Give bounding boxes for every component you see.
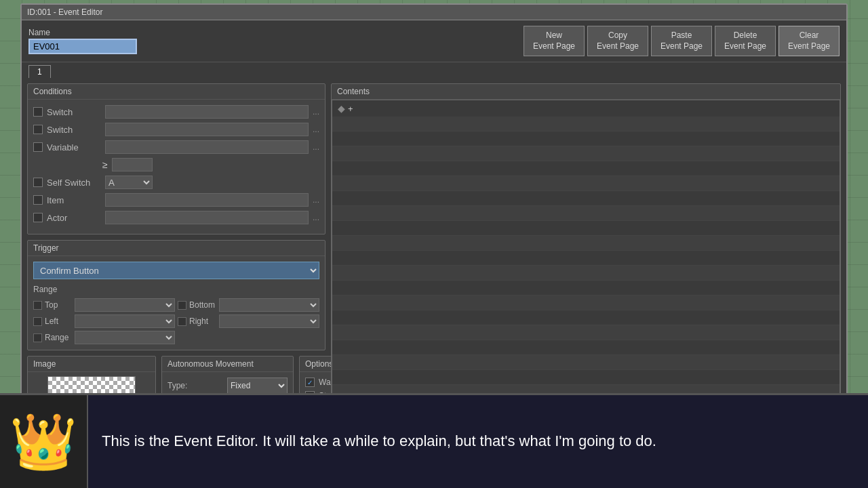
range-right: Right [178,314,319,328]
conditions-panel: Conditions Switch ... Switch ... [27,83,326,235]
content-stripe-3 [332,146,840,161]
dialog-text-area: This is the Event Editor. It will take a… [88,395,868,488]
contents-title: Contents [332,84,840,100]
clear-event-page-button[interactable]: ClearEvent Page [778,26,840,56]
switch1-checkbox[interactable] [33,107,43,117]
range-grid: Top Bottom Left [33,298,319,344]
item-label: Item [47,195,101,205]
walking-checkbox[interactable]: ✓ [305,378,315,387]
content-stripe-11 [332,266,840,281]
content-stripe-1 [332,117,840,131]
new-event-page-button[interactable]: NewEvent Page [524,26,585,56]
content-stripe-12 [332,281,840,296]
content-stripe-8 [332,221,840,236]
condition-variable-value: ≥ [33,158,319,171]
copy-event-page-button[interactable]: CopyEvent Page [587,26,648,56]
range-range-select[interactable] [75,331,175,344]
range-top: Top [33,298,175,312]
variable-value-input[interactable] [112,158,153,171]
content-stripe-9 [332,236,840,251]
content-stripe-10 [332,251,840,266]
switch1-field[interactable] [105,105,309,119]
tab-row: 1 [22,62,846,78]
selfswitch-dropdown[interactable]: ABCD [105,176,153,189]
range-title: Range [33,285,319,294]
type-select[interactable]: Fixed Random Approach Custom [227,378,288,394]
actor-field[interactable] [105,211,309,224]
name-label: Name [28,28,137,37]
condition-switch1: Switch ... [33,105,319,119]
autonomous-title: Autonomous Movement [162,357,293,372]
content-stripe-6 [332,191,840,206]
range-right-checkbox[interactable] [178,317,186,326]
actor-label: Actor [47,213,101,223]
header-buttons: NewEvent Page CopyEvent Page PasteEvent … [524,26,840,56]
range-left-label: Left [45,317,72,326]
ge-symbol: ≥ [102,159,108,170]
conditions-title: Conditions [28,84,325,100]
range-bottom-checkbox[interactable] [178,301,186,310]
range-top-select[interactable] [75,298,175,312]
switch2-dots[interactable]: ... [313,125,319,134]
range-range: Range [33,331,175,344]
trigger-title: Trigger [28,241,325,256]
title-bar: ID:001 - Event Editor [22,5,846,20]
item-checkbox[interactable] [33,195,43,205]
dialog-title: ID:001 - Event Editor [27,7,102,17]
trigger-select[interactable]: Confirm Button Touch Auto Run Parallel P… [33,262,319,279]
paste-event-page-button[interactable]: PasteEvent Page [651,26,712,56]
range-left-checkbox[interactable] [33,317,42,326]
selfswitch-checkbox[interactable] [33,178,43,187]
range-bottom: Bottom [178,298,319,312]
range-left: Left [33,314,175,328]
contents-add-button[interactable]: ◆ + [332,100,840,117]
dialog-text: This is the Event Editor. It will take a… [102,431,656,452]
variable-dots[interactable]: ... [313,142,319,152]
trigger-body: Confirm Button Touch Auto Run Parallel P… [28,256,325,350]
content-stripe-16 [332,340,840,355]
name-input[interactable] [28,39,137,54]
delete-event-page-button[interactable]: DeleteEvent Page [715,26,776,56]
content-stripe-4 [332,161,840,176]
trigger-range-panel: Trigger Confirm Button Touch Auto Run Pa… [27,240,326,350]
range-bottom-select[interactable] [219,298,319,312]
item-dots[interactable]: ... [313,195,319,205]
selfswitch-label: Self Switch [47,178,101,188]
diamond-icon: ◆ [338,103,345,114]
actor-dots[interactable]: ... [313,213,319,222]
content-stripe-13 [332,296,840,310]
bottom-dialog: 👑 This is the Event Editor. It will take… [0,393,868,488]
variable-field[interactable] [105,140,309,154]
switch2-checkbox[interactable] [33,125,43,134]
condition-actor: Actor ... [33,211,319,224]
actor-checkbox[interactable] [33,213,43,222]
condition-selfswitch: Self Switch ABCD [33,176,319,189]
add-symbol: + [348,104,353,114]
king-sprite: 👑 [9,415,77,469]
content-stripe-7 [332,206,840,221]
name-group: Name [28,28,137,54]
tab-1[interactable]: 1 [28,65,51,78]
range-bottom-label: Bottom [189,300,216,310]
content-stripe-2 [332,131,840,146]
item-field[interactable] [105,193,309,207]
range-left-select[interactable] [75,314,175,328]
type-label: Type: [167,381,222,390]
condition-switch2: Switch ... [33,123,319,136]
content-stripe-14 [332,310,840,325]
switch2-field[interactable] [105,123,309,136]
range-range-checkbox[interactable] [33,333,42,342]
switch2-label: Switch [47,125,101,135]
content-stripe-17 [332,355,840,370]
image-title: Image [28,357,155,372]
switch1-dots[interactable]: ... [313,107,319,117]
switch1-label: Switch [47,107,101,117]
range-top-label: Top [45,300,72,310]
range-range-label: Range [45,333,72,342]
variable-checkbox[interactable] [33,142,43,152]
range-top-checkbox[interactable] [33,301,42,310]
content-stripe-15 [332,325,840,340]
content-stripe-5 [332,176,840,191]
range-right-label: Right [189,317,216,326]
range-right-select[interactable] [219,314,319,328]
